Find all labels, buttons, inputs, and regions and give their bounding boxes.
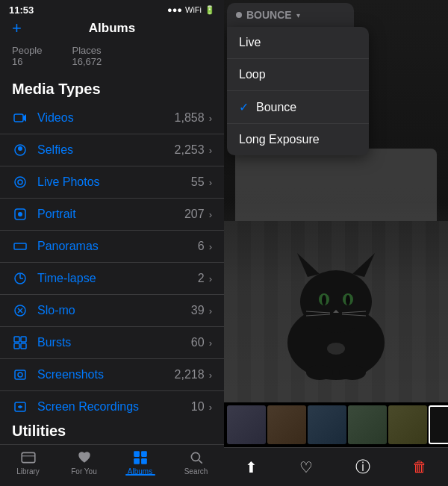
media-icon-5 xyxy=(12,270,28,287)
media-label: Portrait xyxy=(37,208,184,221)
tab-label: Library xyxy=(16,467,40,476)
media-item-videos[interactable]: Videos 1,858 › xyxy=(0,102,224,134)
svg-point-4 xyxy=(15,177,25,187)
media-label: Selfies xyxy=(37,143,175,157)
media-list: Videos 1,858 › Selfies 2,253 › Live Phot… xyxy=(0,102,224,415)
live-photo-dropdown: BOUNCE ▾ LiveLoopBounceLong Exposure xyxy=(224,0,448,155)
media-item-selfies[interactable]: Selfies 2,253 › xyxy=(0,134,224,166)
photo-area: BOUNCE ▾ LiveLoopBounceLong Exposure xyxy=(224,0,448,402)
dropdown-trigger[interactable]: BOUNCE ▾ xyxy=(227,3,354,27)
chevron-right-icon: › xyxy=(209,337,212,349)
media-item-slo-mo[interactable]: Slo-mo 39 › xyxy=(0,295,224,327)
thumbnail-current[interactable] xyxy=(429,405,448,444)
add-button[interactable]: + xyxy=(12,19,22,38)
chevron-right-icon: › xyxy=(209,241,212,252)
svg-point-20 xyxy=(18,373,22,377)
svg-rect-30 xyxy=(141,458,147,464)
svg-line-32 xyxy=(199,460,202,463)
media-icon-9 xyxy=(12,399,28,415)
media-icon-0 xyxy=(12,110,28,126)
favorite-button[interactable]: ♡ xyxy=(299,458,313,476)
svg-point-23 xyxy=(19,405,22,408)
media-item-screen-recordings[interactable]: Screen Recordings 10 › xyxy=(0,391,224,415)
thumbnail-2[interactable] xyxy=(267,405,306,444)
thumbnail-1[interactable] xyxy=(227,405,266,444)
tab-label: Search xyxy=(184,467,208,476)
thumbnail-5[interactable] xyxy=(388,405,427,444)
utilities-title: Utilities xyxy=(0,415,224,444)
tab-library[interactable]: Library xyxy=(0,449,56,476)
people-item[interactable]: People 16 xyxy=(12,45,42,67)
chevron-right-icon: › xyxy=(209,209,212,220)
chevron-down-icon: ▾ xyxy=(296,11,300,19)
svg-point-3 xyxy=(18,146,22,151)
share-button[interactable]: ⬆ xyxy=(245,458,258,476)
albums-header: + Albums xyxy=(0,18,224,42)
live-dot xyxy=(236,12,242,18)
media-count: 207 xyxy=(184,208,205,221)
svg-rect-28 xyxy=(141,451,147,457)
media-label: Slo-mo xyxy=(37,304,191,317)
media-icon-6 xyxy=(12,302,28,319)
svg-marker-35 xyxy=(297,253,320,277)
dropdown-item-live[interactable]: Live xyxy=(227,27,369,59)
svg-point-40 xyxy=(346,295,350,305)
dropdown-trigger-label: BOUNCE xyxy=(246,9,292,21)
tab-label: For You xyxy=(71,467,96,476)
svg-rect-17 xyxy=(14,343,19,349)
media-count: 1,858 xyxy=(175,111,205,125)
chevron-right-icon: › xyxy=(209,113,212,124)
tab-icon-2 xyxy=(132,449,149,466)
tab-for-you[interactable]: For You xyxy=(56,449,112,476)
svg-marker-36 xyxy=(352,253,375,277)
status-bar: 11:53 ●●● WiFi 🔋 xyxy=(0,0,224,18)
places-label: Places xyxy=(72,45,102,56)
media-count: 10 xyxy=(191,400,205,414)
info-button[interactable]: ⓘ xyxy=(355,457,370,477)
tab-bar: Library For You Albums Search xyxy=(0,444,224,486)
media-count: 6 xyxy=(198,240,205,253)
tab-search[interactable]: Search xyxy=(168,449,224,476)
places-count: 16,672 xyxy=(72,56,102,67)
albums-panel: 11:53 ●●● WiFi 🔋 + Albums People 16 Plac… xyxy=(0,0,224,486)
people-places-row: People 16 Places 16,672 xyxy=(0,42,224,73)
media-item-time-lapse[interactable]: Time-lapse 2 › xyxy=(0,263,224,295)
people-label: People xyxy=(12,45,42,56)
media-item-panoramas[interactable]: Panoramas 6 › xyxy=(0,231,224,263)
dropdown-item-loop[interactable]: Loop xyxy=(227,59,369,91)
battery-icon: 🔋 xyxy=(205,5,215,15)
svg-point-31 xyxy=(191,452,199,461)
chevron-right-icon: › xyxy=(209,305,212,317)
chevron-right-icon: › xyxy=(209,370,212,381)
svg-rect-19 xyxy=(15,370,25,379)
chevron-right-icon: › xyxy=(209,273,212,284)
svg-point-46 xyxy=(306,365,333,380)
media-item-portrait[interactable]: Portrait 207 › xyxy=(0,199,224,231)
media-label: Live Photos xyxy=(37,175,191,189)
media-icon-1 xyxy=(12,142,28,158)
tab-icon-3 xyxy=(188,449,205,466)
cat-image xyxy=(269,238,403,387)
delete-button[interactable]: 🗑 xyxy=(412,458,427,476)
media-item-screenshots[interactable]: Screenshots 2,218 › xyxy=(0,359,224,391)
svg-rect-8 xyxy=(14,243,26,249)
svg-rect-15 xyxy=(14,337,19,342)
media-icon-8 xyxy=(12,367,28,383)
media-count: 2,253 xyxy=(175,143,205,157)
svg-rect-0 xyxy=(14,114,23,122)
media-count: 60 xyxy=(191,336,205,349)
thumbnail-3[interactable] xyxy=(308,405,346,444)
dropdown-item-bounce[interactable]: Bounce xyxy=(227,91,369,124)
dropdown-item-long-exposure[interactable]: Long Exposure xyxy=(227,124,369,155)
media-item-live-photos[interactable]: Live Photos 55 › xyxy=(0,166,224,199)
svg-rect-16 xyxy=(21,337,26,342)
tab-albums[interactable]: Albums xyxy=(112,449,168,476)
media-label: Videos xyxy=(37,111,175,125)
svg-rect-27 xyxy=(134,451,140,457)
media-label: Panoramas xyxy=(37,240,198,253)
places-item[interactable]: Places 16,672 xyxy=(72,45,102,67)
media-item-bursts[interactable]: Bursts 60 › xyxy=(0,327,224,359)
thumbnail-strip xyxy=(224,402,448,447)
tab-icon-1 xyxy=(76,449,93,466)
thumbnail-4[interactable] xyxy=(348,405,387,444)
